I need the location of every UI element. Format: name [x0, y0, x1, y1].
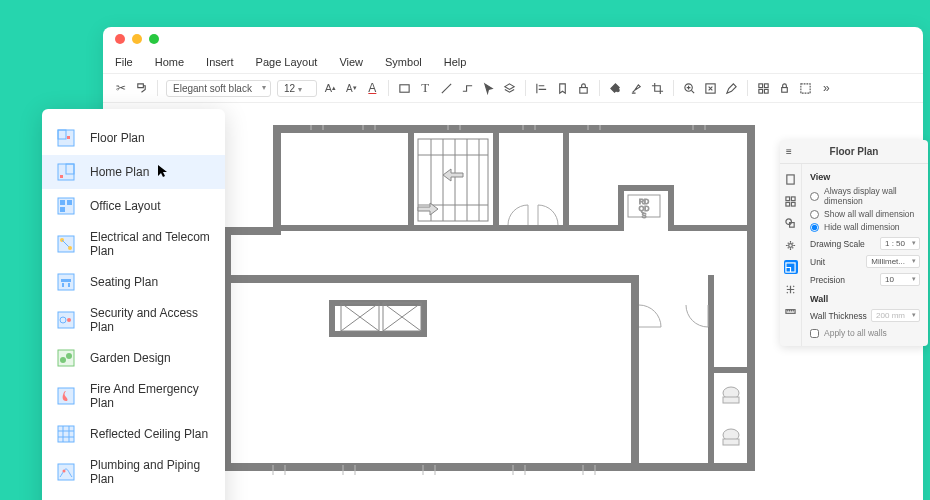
svg-rect-32: [421, 300, 427, 335]
floor-plan-canvas[interactable]: RD QD S: [223, 125, 768, 475]
panel-menu-icon[interactable]: ≡: [786, 146, 792, 157]
template-label: Security and Access Plan: [90, 306, 211, 334]
svg-point-100: [66, 353, 72, 359]
svg-point-121: [786, 218, 792, 224]
properties-panel: ≡ Floor Plan View Always display wall di…: [780, 140, 928, 346]
precision-label: Precision: [810, 275, 845, 285]
select-all-icon[interactable]: [798, 81, 813, 96]
svg-point-97: [67, 318, 71, 322]
font-select[interactable]: Elegant soft black ▾: [166, 80, 271, 97]
tab-floorplan-icon[interactable]: [784, 260, 798, 274]
svg-point-90: [68, 246, 72, 250]
tab-grid-icon[interactable]: [784, 194, 798, 208]
menu-insert[interactable]: Insert: [206, 56, 234, 68]
radio-hide[interactable]: Hide wall dimension: [810, 222, 920, 232]
scale-select[interactable]: 1 : 50: [880, 237, 920, 250]
pointer-icon[interactable]: [481, 81, 496, 96]
padlock-icon[interactable]: [777, 81, 792, 96]
template-item-electrical-and-telecom-plan[interactable]: Electrical and Telecom Plan: [42, 223, 225, 265]
highlight-icon[interactable]: [629, 81, 644, 96]
decrease-font-icon[interactable]: A▾: [344, 81, 359, 96]
grid-icon[interactable]: [756, 81, 771, 96]
template-item-garden-design[interactable]: Garden Design: [42, 341, 225, 375]
template-item-security-and-access-plan[interactable]: Security and Access Plan: [42, 299, 225, 341]
paint-icon[interactable]: [134, 81, 149, 96]
template-label: Plumbing and Piping Plan: [90, 458, 211, 486]
svg-rect-23: [618, 185, 673, 191]
tab-expand-icon[interactable]: [784, 282, 798, 296]
menu-symbol[interactable]: Symbol: [385, 56, 422, 68]
zoom-in-icon[interactable]: [682, 81, 697, 96]
thickness-select[interactable]: 200 mm: [871, 309, 920, 322]
layers-icon[interactable]: [502, 81, 517, 96]
maximize-dot[interactable]: [149, 34, 159, 44]
svg-rect-117: [786, 196, 790, 200]
cut-icon[interactable]: ✂: [113, 81, 128, 96]
lock-icon[interactable]: [576, 81, 591, 96]
precision-select[interactable]: 10: [880, 273, 920, 286]
rectangle-icon[interactable]: [397, 81, 412, 96]
font-size-select[interactable]: 12 ▾: [277, 80, 317, 97]
svg-rect-118: [791, 196, 795, 200]
template-icon: [56, 424, 76, 444]
fit-icon[interactable]: [703, 81, 718, 96]
template-item-office-layout[interactable]: Office Layout: [42, 189, 225, 223]
view-section-label: View: [810, 172, 920, 182]
crop-icon[interactable]: [650, 81, 665, 96]
svg-rect-17: [273, 225, 413, 231]
pen-icon[interactable]: [724, 81, 739, 96]
scale-label: Drawing Scale: [810, 239, 865, 249]
svg-rect-33: [329, 331, 427, 337]
svg-rect-10: [273, 125, 753, 133]
font-color-icon[interactable]: A: [365, 81, 380, 96]
tab-page-icon[interactable]: [784, 172, 798, 186]
menu-page-layout[interactable]: Page Layout: [256, 56, 318, 68]
bookmark-icon[interactable]: [555, 81, 570, 96]
template-item-home-plan[interactable]: Home Plan: [42, 155, 225, 189]
svg-rect-16: [408, 125, 414, 231]
svg-rect-92: [61, 279, 71, 282]
svg-rect-29: [708, 367, 753, 373]
template-icon: [56, 462, 76, 482]
svg-rect-101: [58, 388, 74, 404]
template-item-fire-and-emergency-plan[interactable]: Fire And Emergency Plan: [42, 375, 225, 417]
template-item-seating-plan[interactable]: Seating Plan: [42, 265, 225, 299]
template-icon: [56, 196, 76, 216]
template-icon: [56, 128, 76, 148]
template-item-floor-plan[interactable]: Floor Plan: [42, 121, 225, 155]
menu-file[interactable]: File: [115, 56, 133, 68]
template-icon: [56, 272, 76, 292]
svg-rect-11: [273, 125, 281, 235]
connector-icon[interactable]: [460, 81, 475, 96]
radio-always[interactable]: Always display wall dimension: [810, 186, 920, 206]
menu-view[interactable]: View: [339, 56, 363, 68]
align-left-icon[interactable]: [534, 81, 549, 96]
unit-select[interactable]: Millimet...: [866, 255, 920, 268]
line-icon[interactable]: [439, 81, 454, 96]
increase-font-icon[interactable]: A▴: [323, 81, 338, 96]
svg-rect-116: [787, 174, 794, 183]
toolbar: ✂ Elegant soft black ▾ 12 ▾ A▴ A▾ A T »: [103, 73, 923, 103]
svg-rect-18: [493, 125, 499, 231]
template-item-plumbing-and-piping-plan[interactable]: Plumbing and Piping Plan: [42, 451, 225, 493]
props-title: ≡ Floor Plan: [780, 140, 928, 164]
overflow-icon[interactable]: »: [819, 81, 834, 96]
tab-ruler-icon[interactable]: [784, 304, 798, 318]
close-dot[interactable]: [115, 34, 125, 44]
template-item-elevations[interactable]: Elevations: [42, 493, 225, 500]
svg-text:RD: RD: [639, 198, 649, 205]
tab-settings-icon[interactable]: [784, 238, 798, 252]
svg-rect-12: [223, 227, 281, 235]
svg-rect-85: [60, 200, 65, 205]
template-item-reflected-ceiling-plan[interactable]: Reflected Ceiling Plan: [42, 417, 225, 451]
fill-icon[interactable]: [608, 81, 623, 96]
apply-all-checkbox[interactable]: Apply to all walls: [810, 328, 920, 338]
svg-rect-107: [58, 464, 74, 480]
template-icon: [56, 386, 76, 406]
menu-help[interactable]: Help: [444, 56, 467, 68]
tab-shape-icon[interactable]: [784, 216, 798, 230]
radio-show-all[interactable]: Show all wall dimension: [810, 209, 920, 219]
text-icon[interactable]: T: [418, 81, 433, 96]
minimize-dot[interactable]: [132, 34, 142, 44]
menu-home[interactable]: Home: [155, 56, 184, 68]
